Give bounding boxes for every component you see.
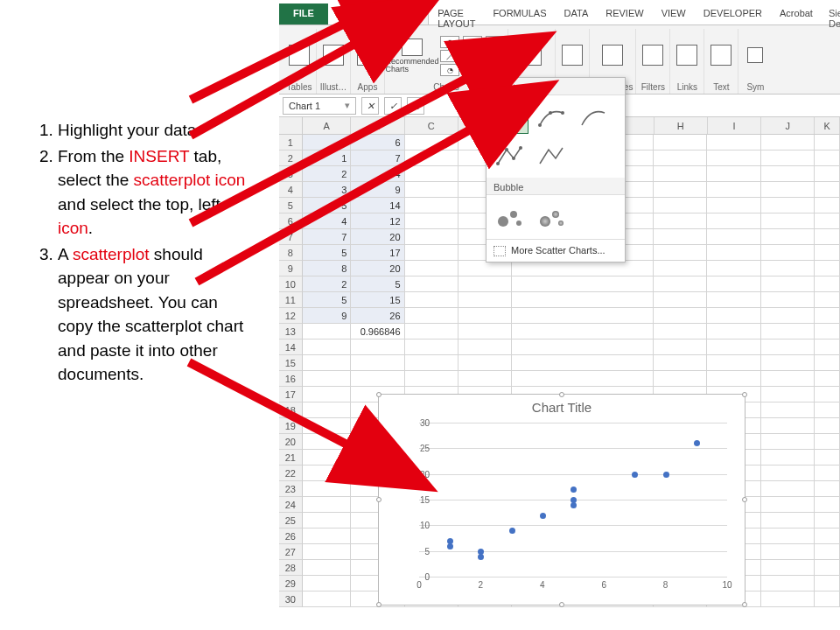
scatter-smooth-markers[interactable] (534, 101, 570, 134)
cell[interactable] (815, 166, 840, 182)
data-point[interactable] (478, 549, 484, 555)
cell[interactable]: 4 (351, 166, 404, 182)
cell[interactable]: 14 (351, 198, 404, 214)
row-header[interactable]: 21 (279, 450, 303, 466)
row-header[interactable]: 26 (279, 528, 303, 544)
cell[interactable] (405, 182, 458, 198)
cell[interactable] (707, 261, 760, 276)
cell[interactable] (303, 560, 352, 576)
cell[interactable] (761, 371, 815, 387)
row-header[interactable]: 16 (279, 371, 303, 387)
col-A[interactable]: A (303, 117, 352, 134)
cell[interactable] (303, 528, 352, 544)
row-header[interactable]: 4 (279, 182, 303, 198)
cell[interactable] (761, 182, 815, 198)
cell[interactable] (654, 355, 707, 371)
row-header[interactable]: 6 (279, 214, 303, 229)
cell[interactable] (707, 340, 760, 355)
row-header[interactable]: 8 (279, 245, 303, 261)
cell[interactable] (405, 214, 458, 229)
cell[interactable] (512, 324, 654, 340)
cell[interactable] (303, 576, 352, 592)
cell[interactable] (351, 355, 404, 371)
cell[interactable]: 15 (351, 292, 404, 308)
row-header[interactable]: 30 (279, 592, 303, 607)
tab-file[interactable]: FILE (279, 4, 328, 24)
cell[interactable]: 3 (303, 182, 352, 198)
cell[interactable] (303, 481, 352, 497)
cell[interactable] (458, 355, 512, 371)
row-header[interactable]: 3 (279, 166, 303, 182)
scatter-straight-markers[interactable] (492, 139, 528, 172)
cell[interactable] (761, 355, 815, 371)
data-point[interactable] (509, 528, 515, 534)
row-15[interactable]: 15 (279, 355, 840, 371)
links-button[interactable] (673, 38, 701, 74)
chart-bar-button[interactable]: ▮ (440, 36, 459, 48)
cell[interactable]: 2 (303, 276, 352, 292)
cell[interactable]: 7 (303, 229, 352, 245)
row-header[interactable]: 14 (279, 340, 303, 355)
cell[interactable]: 17 (351, 245, 404, 261)
account-menu[interactable]: Siegle, Del ▾ (822, 4, 840, 24)
cell[interactable]: 1 (303, 135, 352, 150)
row-13[interactable]: 130.966846 (279, 324, 840, 340)
cell[interactable] (815, 261, 840, 276)
row-header[interactable]: 17 (279, 387, 303, 402)
cell[interactable] (512, 261, 654, 276)
cell[interactable] (761, 324, 815, 340)
cell[interactable] (761, 576, 815, 592)
cell[interactable] (815, 198, 840, 214)
apps-button[interactable] (354, 38, 382, 74)
cell[interactable] (761, 150, 815, 166)
cell[interactable] (761, 166, 815, 182)
cell[interactable] (815, 418, 840, 434)
enter-formula-button[interactable]: ✓ (384, 97, 402, 115)
cell[interactable] (405, 308, 458, 324)
select-all-corner[interactable] (279, 117, 303, 134)
row-10[interactable]: 1025 (279, 276, 840, 292)
row-header[interactable]: 25 (279, 513, 303, 528)
cell[interactable] (303, 513, 352, 528)
cell[interactable] (405, 324, 458, 340)
tab-formulas[interactable]: FORMULAS (484, 4, 555, 24)
row-header[interactable]: 11 (279, 292, 303, 308)
row-header[interactable]: 23 (279, 481, 303, 497)
cell[interactable] (654, 135, 707, 150)
row-header[interactable]: 28 (279, 560, 303, 576)
chart-area-button[interactable]: ◢ (463, 36, 482, 48)
cell[interactable] (405, 198, 458, 214)
cell[interactable] (815, 544, 840, 560)
cell[interactable] (405, 135, 458, 150)
cell[interactable]: 12 (351, 214, 404, 229)
cell[interactable] (815, 576, 840, 592)
cell[interactable] (815, 182, 840, 198)
cell[interactable] (707, 308, 760, 324)
cell[interactable] (707, 214, 760, 229)
cell[interactable] (707, 245, 760, 261)
filters-button[interactable] (639, 38, 667, 74)
cell[interactable] (761, 560, 815, 576)
chart-combo-button[interactable]: ▥ (486, 36, 505, 48)
chart-title[interactable]: Chart Title (379, 395, 745, 416)
chart-radar-button[interactable]: ✱ (486, 50, 505, 62)
cell[interactable] (654, 292, 707, 308)
cell[interactable] (707, 198, 760, 214)
row-16[interactable]: 16 (279, 371, 840, 387)
embedded-chart[interactable]: Chart Title 0510152025300246810 (378, 394, 746, 606)
cell[interactable] (707, 355, 760, 371)
data-point[interactable] (447, 538, 453, 544)
cell[interactable] (761, 198, 815, 214)
cell[interactable] (761, 513, 815, 528)
cell[interactable] (405, 292, 458, 308)
cell[interactable] (815, 450, 840, 466)
row-header[interactable]: 9 (279, 261, 303, 276)
cell[interactable] (761, 276, 815, 292)
row-header[interactable]: 27 (279, 544, 303, 560)
data-point[interactable] (570, 486, 577, 493)
cell[interactable]: 26 (351, 308, 404, 324)
cell[interactable] (512, 355, 654, 371)
cell[interactable] (761, 214, 815, 229)
cell[interactable] (654, 261, 707, 276)
chart-line-button[interactable]: ／ (440, 50, 459, 62)
